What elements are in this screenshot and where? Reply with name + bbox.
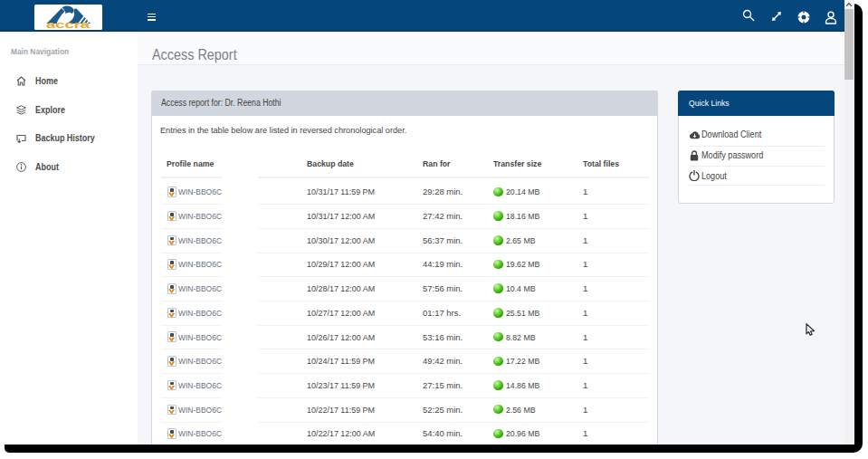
svg-text:accra: accra <box>46 19 90 30</box>
